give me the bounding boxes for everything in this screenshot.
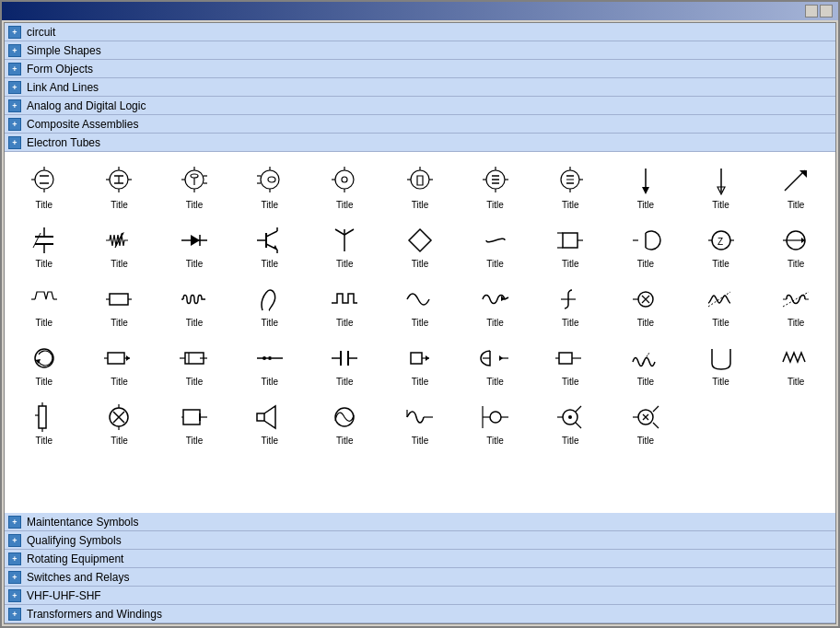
- svg-point-115: [268, 356, 272, 360]
- symbol-item-50[interactable]: Title: [384, 395, 456, 450]
- symbol-item-33[interactable]: Title: [760, 277, 832, 332]
- symbol-title-13: Title: [111, 259, 128, 269]
- symbol-item-48[interactable]: Title: [234, 395, 306, 450]
- symbol-icon-14: [176, 224, 213, 257]
- symbol-item-24[interactable]: Title: [84, 277, 156, 332]
- symbol-icon-22: [777, 224, 814, 257]
- symbol-item-3[interactable]: Title: [158, 159, 230, 215]
- symbol-item-5[interactable]: Title: [309, 159, 381, 215]
- symbol-title-16: Title: [336, 259, 354, 269]
- category-label: Form Objects: [27, 63, 93, 76]
- symbol-item-38[interactable]: Title: [309, 336, 381, 391]
- symbol-icon-15: [251, 224, 288, 257]
- close-button[interactable]: [820, 5, 833, 17]
- symbol-item-4[interactable]: Title: [234, 159, 306, 215]
- symbol-item-39[interactable]: Title: [384, 336, 456, 391]
- symbol-item-23[interactable]: Title: [8, 277, 80, 332]
- symbol-icon-35: [100, 342, 137, 375]
- symbol-item-36[interactable]: Title: [158, 336, 230, 391]
- symbol-title-46: Title: [111, 436, 128, 446]
- symbol-item-32[interactable]: Title: [685, 277, 757, 332]
- symbol-title-45: Title: [36, 436, 53, 446]
- category-row-circuit[interactable]: +circuit: [5, 23, 835, 41]
- symbol-title-53: Title: [637, 436, 655, 446]
- symbol-item-30[interactable]: Title: [534, 277, 606, 332]
- symbol-item-27[interactable]: Title: [309, 277, 381, 332]
- symbol-item-44[interactable]: Title: [760, 336, 832, 391]
- category-row-rotating[interactable]: +Rotating Equipment: [5, 550, 835, 568]
- symbol-title-22: Title: [788, 259, 805, 269]
- symbol-item-11[interactable]: Title: [760, 159, 832, 215]
- symbol-item-16[interactable]: Title: [309, 218, 381, 273]
- category-row-vhf-uhf-shf[interactable]: +VHF-UHF-SHF: [5, 587, 835, 605]
- category-row-maintenance[interactable]: +Maintentance Symbols: [5, 513, 835, 531]
- category-row-analog-digital[interactable]: +Analog and Digital Logic: [5, 97, 835, 115]
- symbol-item-41[interactable]: Title: [534, 336, 606, 391]
- symbol-item-35[interactable]: Title: [84, 336, 156, 391]
- symbol-item-49[interactable]: Title: [309, 395, 381, 450]
- symbol-item-29[interactable]: Title: [460, 277, 531, 332]
- symbol-item-2[interactable]: Title: [84, 159, 156, 215]
- category-row-transformers[interactable]: +Transformers and Windings: [5, 605, 835, 623]
- symbol-item-7[interactable]: Title: [460, 159, 531, 215]
- symbol-item-21[interactable]: ZTitle: [685, 218, 757, 273]
- category-row-link-and-lines[interactable]: +Link And Lines: [5, 78, 835, 97]
- category-row-form-objects[interactable]: +Form Objects: [5, 60, 835, 78]
- svg-marker-108: [126, 355, 130, 361]
- symbol-item-20[interactable]: Title: [610, 218, 682, 273]
- category-row-electron-tubes[interactable]: +Electron Tubes: [5, 134, 835, 152]
- symbol-title-51: Title: [486, 436, 504, 446]
- symbol-item-42[interactable]: Title: [610, 336, 682, 391]
- symbol-item-8[interactable]: Title: [534, 159, 606, 215]
- svg-marker-54: [642, 187, 649, 194]
- symbol-item-12[interactable]: Title: [8, 218, 80, 273]
- symbol-item-22[interactable]: Title: [760, 218, 832, 273]
- symbol-item-28[interactable]: Title: [384, 277, 456, 332]
- symbol-item-14[interactable]: Title: [158, 218, 230, 273]
- category-row-qualifying[interactable]: +Qualifying Symbols: [5, 531, 835, 550]
- symbol-item-47[interactable]: Title: [158, 395, 230, 450]
- symbol-item-18[interactable]: Title: [460, 218, 531, 273]
- svg-line-154: [576, 406, 581, 412]
- symbol-item-31[interactable]: Title: [610, 277, 682, 332]
- symbol-item-17[interactable]: Title: [384, 218, 456, 273]
- symbol-title-35: Title: [111, 377, 128, 387]
- category-row-switches[interactable]: +Switches and Relays: [5, 568, 835, 587]
- symbol-item-1[interactable]: Title: [8, 159, 80, 215]
- symbol-item-25[interactable]: Title: [158, 277, 230, 332]
- symbol-item-46[interactable]: Title: [84, 395, 156, 450]
- symbol-icon-6: [402, 165, 438, 198]
- symbol-item-37[interactable]: Title: [234, 336, 306, 391]
- symbol-icon-44: [777, 342, 814, 375]
- category-row-simple-shapes[interactable]: +Simple Shapes: [5, 41, 835, 60]
- symbol-title-52: Title: [562, 436, 579, 446]
- symbol-item-34[interactable]: Title: [8, 336, 80, 391]
- symbols-area[interactable]: TitleTitleTitleTitleTitleTitleTitleTitle…: [5, 152, 835, 513]
- symbol-item-15[interactable]: Title: [234, 218, 306, 273]
- symbol-item-53[interactable]: Title: [610, 395, 682, 450]
- symbol-icon-29: [477, 283, 514, 316]
- symbol-item-13[interactable]: Title: [84, 218, 156, 273]
- symbol-title-15: Title: [261, 259, 278, 269]
- symbol-title-44: Title: [788, 377, 805, 387]
- symbol-title-34: Title: [36, 377, 53, 387]
- symbol-item-6[interactable]: Title: [384, 159, 456, 215]
- symbol-item-10[interactable]: Title: [685, 159, 757, 215]
- symbol-item-19[interactable]: Title: [534, 218, 606, 273]
- symbol-item-40[interactable]: Title: [460, 336, 531, 391]
- symbol-title-7: Title: [486, 200, 504, 210]
- minimize-button[interactable]: [805, 5, 818, 17]
- svg-rect-130: [39, 406, 46, 428]
- category-label: VHF-UHF-SHF: [27, 589, 101, 602]
- symbol-title-24: Title: [111, 318, 128, 328]
- symbol-item-52[interactable]: Title: [534, 395, 606, 450]
- symbol-item-9[interactable]: Title: [610, 159, 682, 215]
- symbol-item-43[interactable]: Title: [685, 336, 757, 391]
- symbol-item-51[interactable]: Title: [460, 395, 531, 450]
- svg-marker-67: [191, 235, 200, 246]
- svg-rect-143: [257, 413, 264, 421]
- symbol-item-45[interactable]: Title: [8, 395, 80, 450]
- symbol-icon-12: [26, 224, 63, 257]
- category-row-composite[interactable]: +Composite Assemblies: [5, 115, 835, 134]
- symbol-item-26[interactable]: Title: [234, 277, 306, 332]
